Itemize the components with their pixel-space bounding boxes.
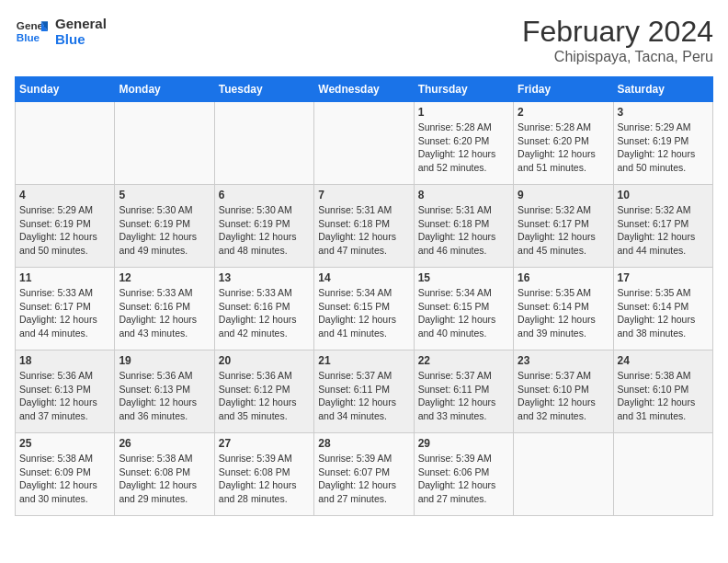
day-info: Sunrise: 5:33 AMSunset: 6:17 PMDaylight:… [19,286,110,340]
calendar-subtitle: Chipispaya, Tacna, Peru [522,49,713,65]
day-number: 11 [19,271,110,284]
day-info: Sunrise: 5:39 AMSunset: 6:08 PMDaylight:… [219,452,310,506]
header-sunday: Sunday [16,77,115,102]
day-info: Sunrise: 5:39 AMSunset: 6:07 PMDaylight:… [318,452,409,506]
calendar-cell: 24Sunrise: 5:38 AMSunset: 6:10 PMDayligh… [613,350,712,433]
calendar-cell [214,102,313,185]
header-wednesday: Wednesday [314,77,414,102]
calendar-cell: 14Sunrise: 5:34 AMSunset: 6:15 PMDayligh… [314,268,414,350]
calendar-cell: 12Sunrise: 5:33 AMSunset: 6:16 PMDayligh… [115,268,214,350]
calendar-cell [613,433,712,516]
day-info: Sunrise: 5:38 AMSunset: 6:09 PMDaylight:… [19,452,110,506]
calendar-cell [16,102,115,185]
header-tuesday: Tuesday [214,77,313,102]
day-number: 17 [618,271,709,284]
calendar-cell: 26Sunrise: 5:38 AMSunset: 6:08 PMDayligh… [115,433,214,516]
title-area: February 2024 Chipispaya, Tacna, Peru [522,15,713,65]
day-number: 22 [418,354,509,367]
day-number: 19 [119,354,210,367]
day-info: Sunrise: 5:36 AMSunset: 6:12 PMDaylight:… [219,369,310,423]
day-info: Sunrise: 5:36 AMSunset: 6:13 PMDaylight:… [19,369,110,423]
day-info: Sunrise: 5:33 AMSunset: 6:16 PMDaylight:… [219,286,310,340]
calendar-cell: 13Sunrise: 5:33 AMSunset: 6:16 PMDayligh… [214,268,313,350]
day-info: Sunrise: 5:31 AMSunset: 6:18 PMDaylight:… [318,203,409,258]
calendar-cell: 20Sunrise: 5:36 AMSunset: 6:12 PMDayligh… [214,350,313,433]
day-number: 4 [19,189,110,201]
page-header: General Blue General Blue February 2024 … [15,15,713,65]
calendar-table: SundayMondayTuesdayWednesdayThursdayFrid… [15,76,713,516]
calendar-cell: 11Sunrise: 5:33 AMSunset: 6:17 PMDayligh… [16,268,115,350]
calendar-cell: 21Sunrise: 5:37 AMSunset: 6:11 PMDayligh… [314,350,414,433]
day-info: Sunrise: 5:29 AMSunset: 6:19 PMDaylight:… [19,203,110,258]
calendar-cell: 19Sunrise: 5:36 AMSunset: 6:13 PMDayligh… [115,350,214,433]
logo-general: General [55,16,107,31]
day-number: 14 [318,271,409,284]
day-number: 20 [219,354,310,367]
calendar-cell: 27Sunrise: 5:39 AMSunset: 6:08 PMDayligh… [214,433,313,516]
calendar-cell: 3Sunrise: 5:29 AMSunset: 6:19 PMDaylight… [613,102,712,185]
header-saturday: Saturday [613,77,712,102]
day-number: 16 [518,271,609,284]
day-info: Sunrise: 5:28 AMSunset: 6:20 PMDaylight:… [518,121,609,175]
day-number: 10 [618,189,709,201]
logo-blue: Blue [55,31,107,47]
day-info: Sunrise: 5:32 AMSunset: 6:17 PMDaylight:… [618,203,709,258]
calendar-cell: 7Sunrise: 5:31 AMSunset: 6:18 PMDaylight… [314,185,414,268]
day-info: Sunrise: 5:35 AMSunset: 6:14 PMDaylight:… [618,286,709,340]
calendar-cell: 23Sunrise: 5:37 AMSunset: 6:10 PMDayligh… [514,350,613,433]
calendar-cell: 15Sunrise: 5:34 AMSunset: 6:15 PMDayligh… [414,268,513,350]
calendar-cell: 16Sunrise: 5:35 AMSunset: 6:14 PMDayligh… [514,268,613,350]
header-friday: Friday [514,77,613,102]
day-info: Sunrise: 5:38 AMSunset: 6:10 PMDaylight:… [618,369,709,423]
day-number: 13 [219,271,310,284]
day-number: 18 [19,354,110,367]
day-number: 23 [518,354,609,367]
day-info: Sunrise: 5:30 AMSunset: 6:19 PMDaylight:… [119,203,210,258]
calendar-cell: 5Sunrise: 5:30 AMSunset: 6:19 PMDaylight… [115,185,214,268]
calendar-cell: 18Sunrise: 5:36 AMSunset: 6:13 PMDayligh… [16,350,115,433]
week-row-3: 18Sunrise: 5:36 AMSunset: 6:13 PMDayligh… [16,350,713,433]
day-number: 1 [418,106,509,119]
calendar-cell: 28Sunrise: 5:39 AMSunset: 6:07 PMDayligh… [314,433,414,516]
day-number: 15 [418,271,509,284]
calendar-cell: 2Sunrise: 5:28 AMSunset: 6:20 PMDaylight… [514,102,613,185]
week-row-4: 25Sunrise: 5:38 AMSunset: 6:09 PMDayligh… [16,433,713,516]
calendar-cell [514,433,613,516]
day-number: 25 [19,437,110,450]
day-number: 26 [119,437,210,450]
day-number: 24 [618,354,709,367]
day-info: Sunrise: 5:36 AMSunset: 6:13 PMDaylight:… [119,369,210,423]
day-number: 28 [318,437,409,450]
day-number: 9 [518,189,609,201]
day-info: Sunrise: 5:30 AMSunset: 6:19 PMDaylight:… [219,203,310,258]
day-info: Sunrise: 5:38 AMSunset: 6:08 PMDaylight:… [119,452,210,506]
day-number: 3 [618,106,709,119]
week-row-2: 11Sunrise: 5:33 AMSunset: 6:17 PMDayligh… [16,268,713,350]
day-info: Sunrise: 5:37 AMSunset: 6:11 PMDaylight:… [318,369,409,423]
calendar-cell: 25Sunrise: 5:38 AMSunset: 6:09 PMDayligh… [16,433,115,516]
calendar-cell: 22Sunrise: 5:37 AMSunset: 6:11 PMDayligh… [414,350,513,433]
calendar-cell: 17Sunrise: 5:35 AMSunset: 6:14 PMDayligh… [613,268,712,350]
day-info: Sunrise: 5:37 AMSunset: 6:10 PMDaylight:… [518,369,609,423]
calendar-cell [314,102,414,185]
day-number: 7 [318,189,409,201]
day-number: 12 [119,271,210,284]
calendar-cell: 8Sunrise: 5:31 AMSunset: 6:18 PMDaylight… [414,185,513,268]
day-number: 5 [119,189,210,201]
calendar-title: February 2024 [522,15,713,49]
week-row-0: 1Sunrise: 5:28 AMSunset: 6:20 PMDaylight… [16,102,713,185]
calendar-cell: 4Sunrise: 5:29 AMSunset: 6:19 PMDaylight… [16,185,115,268]
calendar-cell: 6Sunrise: 5:30 AMSunset: 6:19 PMDaylight… [214,185,313,268]
day-info: Sunrise: 5:37 AMSunset: 6:11 PMDaylight:… [418,369,509,423]
day-info: Sunrise: 5:28 AMSunset: 6:20 PMDaylight:… [418,121,509,175]
logo-icon: General Blue [15,15,48,48]
day-info: Sunrise: 5:33 AMSunset: 6:16 PMDaylight:… [119,286,210,340]
week-row-1: 4Sunrise: 5:29 AMSunset: 6:19 PMDaylight… [16,185,713,268]
day-info: Sunrise: 5:39 AMSunset: 6:06 PMDaylight:… [418,452,509,506]
day-info: Sunrise: 5:34 AMSunset: 6:15 PMDaylight:… [318,286,409,340]
day-number: 21 [318,354,409,367]
day-info: Sunrise: 5:29 AMSunset: 6:19 PMDaylight:… [618,121,709,175]
svg-text:Blue: Blue [17,31,40,43]
calendar-cell: 29Sunrise: 5:39 AMSunset: 6:06 PMDayligh… [414,433,513,516]
day-number: 8 [418,189,509,201]
